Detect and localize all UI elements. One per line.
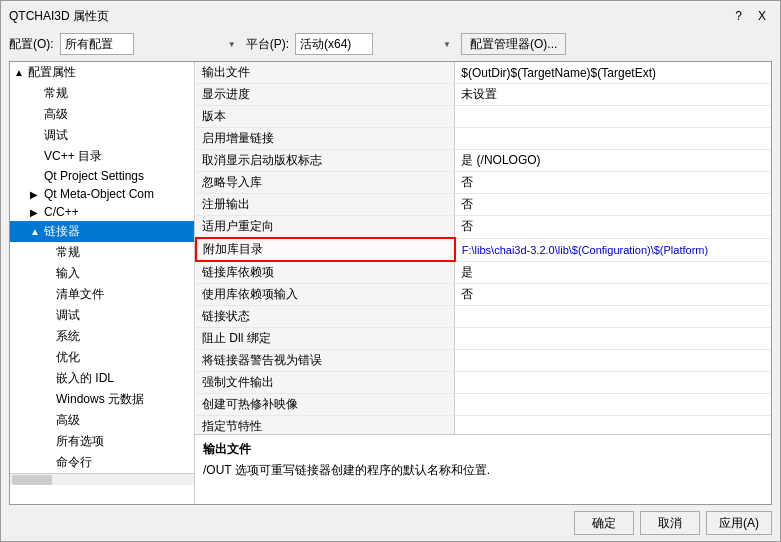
tree-item-advanced[interactable]: 高级 [10,104,194,125]
tree-item-linker-input[interactable]: 输入 [10,263,194,284]
config-select-wrapper[interactable]: 所有配置 [60,33,240,55]
tree-item-cpp[interactable]: ▶ C/C++ [10,203,194,221]
prop-name: 输出文件 [196,62,455,84]
props-panel: 输出文件$(OutDir)$(TargetName)$(TargetExt)显示… [195,62,771,504]
prop-value[interactable]: 否 [455,284,771,306]
table-row[interactable]: 显示进度未设置 [196,84,771,106]
table-row[interactable]: 强制文件输出 [196,372,771,394]
platform-select-wrapper[interactable]: 活动(x64) [295,33,455,55]
prop-name: 将链接器警告视为错误 [196,350,455,372]
scrollbar-thumb[interactable] [12,475,52,485]
prop-value[interactable] [455,306,771,328]
table-row[interactable]: 取消显示启动版权标志是 (/NOLOGO) [196,150,771,172]
prop-value[interactable] [455,416,771,435]
prop-value[interactable] [455,372,771,394]
table-row[interactable]: 将链接器警告视为错误 [196,350,771,372]
tree-item-vcpp[interactable]: VC++ 目录 [10,146,194,167]
apply-button[interactable]: 应用(A) [706,511,772,535]
tree-item-label: C/C++ [44,205,79,219]
config-select[interactable]: 所有配置 [60,33,134,55]
tree-item-general[interactable]: 常规 [10,83,194,104]
tree-item-linker-system[interactable]: 系统 [10,326,194,347]
tree-item-linker-debug[interactable]: 调试 [10,305,194,326]
prop-value[interactable]: 未设置 [455,84,771,106]
table-row[interactable]: 版本 [196,106,771,128]
tree-item-linker[interactable]: ▲ 链接器 ➔ [10,221,194,242]
prop-value[interactable]: 否 [455,172,771,194]
prop-name: 链接库依赖项 [196,261,455,284]
prop-name: 阻止 Dll 绑定 [196,328,455,350]
prop-value[interactable]: F:\libs\chai3d-3.2.0\lib\$(Configuration… [455,238,771,261]
config-manager-button[interactable]: 配置管理器(O)... [461,33,566,55]
prop-name: 显示进度 [196,84,455,106]
table-row[interactable]: 附加库目录F:\libs\chai3d-3.2.0\lib\$(Configur… [196,238,771,261]
tree-item-label: 所有选项 [56,433,104,450]
prop-value[interactable] [455,394,771,416]
main-content: ▲ 配置属性 常规 高级 调试 VC++ 目录 [9,61,772,505]
expand-arrow: ▶ [30,207,42,218]
close-button[interactable]: X [752,7,772,25]
table-row[interactable]: 启用增量链接 [196,128,771,150]
tree-item-linker-optimize[interactable]: 优化 [10,347,194,368]
prop-value[interactable]: 否 [455,216,771,239]
prop-name: 指定节特性 [196,416,455,435]
title-bar-controls: ? X [729,7,772,25]
tree-item-label: 命令行 [56,454,92,471]
tree-panel: ▲ 配置属性 常规 高级 调试 VC++ 目录 [10,62,195,504]
table-row[interactable]: 链接状态 [196,306,771,328]
tree-item-debug[interactable]: 调试 [10,125,194,146]
horizontal-scrollbar[interactable] [10,473,194,485]
prop-value[interactable]: 否 [455,194,771,216]
platform-label: 平台(P): [246,36,289,53]
tree-item-label: 优化 [56,349,80,366]
tree-item-linker-general[interactable]: 常规 [10,242,194,263]
platform-select[interactable]: 活动(x64) [295,33,373,55]
tree-item-label: 配置属性 [28,64,76,81]
tree-item-label: 输入 [56,265,80,282]
table-row[interactable]: 阻止 Dll 绑定 [196,328,771,350]
prop-value[interactable]: 是 (/NOLOGO) [455,150,771,172]
table-row[interactable]: 指定节特性 [196,416,771,435]
properties-table: 输出文件$(OutDir)$(TargetName)$(TargetExt)显示… [195,62,771,434]
tree-item-qt-project[interactable]: Qt Project Settings [10,167,194,185]
table-row[interactable]: 注册输出否 [196,194,771,216]
tree-item-label: 常规 [44,85,68,102]
tree-item-label: 高级 [56,412,80,429]
tree-item-label: 嵌入的 IDL [56,370,114,387]
ok-button[interactable]: 确定 [574,511,634,535]
prop-value[interactable] [455,106,771,128]
table-row[interactable]: 适用户重定向否 [196,216,771,239]
prop-name: 版本 [196,106,455,128]
tree-item-config-props[interactable]: ▲ 配置属性 [10,62,194,83]
tree-item-linker-advanced[interactable]: 高级 [10,410,194,431]
tree-item-qt-meta[interactable]: ▶ Qt Meta-Object Com [10,185,194,203]
tree-item-label: 系统 [56,328,80,345]
table-row[interactable]: 链接库依赖项是 [196,261,771,284]
prop-value[interactable] [455,128,771,150]
prop-value[interactable]: 是 [455,261,771,284]
table-row[interactable]: 输出文件$(OutDir)$(TargetName)$(TargetExt) [196,62,771,84]
description-title: 输出文件 [203,441,763,458]
expand-arrow: ▲ [30,226,42,237]
prop-value[interactable]: $(OutDir)$(TargetName)$(TargetExt) [455,62,771,84]
prop-name: 创建可热修补映像 [196,394,455,416]
config-row: 配置(O): 所有配置 平台(P): 活动(x64) 配置管理器(O)... [1,29,780,61]
tree-item-label: VC++ 目录 [44,148,102,165]
table-row[interactable]: 创建可热修补映像 [196,394,771,416]
table-row[interactable]: 使用库依赖项输入否 [196,284,771,306]
tree-item-linker-cmdline[interactable]: 命令行 [10,452,194,473]
title-bar: QTCHAI3D 属性页 ? X [1,1,780,29]
prop-value[interactable] [455,350,771,372]
prop-name: 取消显示启动版权标志 [196,150,455,172]
tree-item-linker-windows-meta[interactable]: Windows 元数据 [10,389,194,410]
prop-value[interactable] [455,328,771,350]
tree-item-linker-all-options[interactable]: 所有选项 [10,431,194,452]
help-button[interactable]: ? [729,7,748,25]
prop-name: 链接状态 [196,306,455,328]
cancel-button[interactable]: 取消 [640,511,700,535]
tree-item-linker-embedded-idl[interactable]: 嵌入的 IDL [10,368,194,389]
tree-item-label: 清单文件 [56,286,104,303]
table-row[interactable]: 忽略导入库否 [196,172,771,194]
tree-item-linker-manifest[interactable]: 清单文件 [10,284,194,305]
window-title: QTCHAI3D 属性页 [9,8,109,25]
